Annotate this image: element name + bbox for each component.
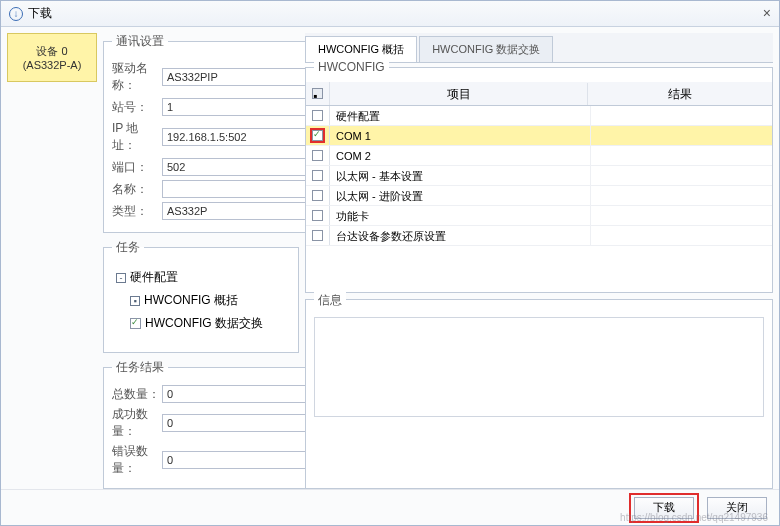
window-title: 下载 [28, 5, 52, 22]
header-checkbox[interactable]: ▪ [312, 88, 323, 99]
row-result [591, 206, 772, 225]
tree-child-2[interactable]: HWCONFIG 数据交换 [128, 312, 288, 335]
footer: 下载 关闭 [1, 489, 779, 525]
col-item-header: 项目 [330, 83, 588, 105]
total-label: 总数量： [112, 386, 162, 403]
row-checkbox[interactable] [312, 210, 323, 221]
col-result-header: 结果 [588, 83, 772, 105]
task-results-legend: 任务结果 [112, 359, 168, 376]
row-result [591, 166, 772, 185]
comm-legend: 通讯设置 [112, 33, 168, 50]
tasks-group: 任务 - 硬件配置 ▪ HWCONFIG 概括 HWCONFIG 数据交换 [103, 239, 299, 353]
messages-area [314, 317, 764, 417]
comm-settings-group: 通讯设置 驱动名称： 站号： IP 地址： 端口： 名称： 类型： [103, 33, 319, 233]
download-button[interactable]: 下载 [634, 497, 694, 519]
bullet-icon: ▪ [130, 296, 140, 306]
messages-legend: 信息 [314, 292, 346, 309]
row-checkbox[interactable] [312, 110, 323, 121]
station-label: 站号： [112, 99, 162, 116]
row-item-label: COM 2 [330, 146, 591, 165]
collapse-icon[interactable]: - [116, 273, 126, 283]
table-row[interactable]: COM 2 [306, 146, 772, 166]
device-item[interactable]: 设备 0 (AS332P-A) [7, 33, 97, 82]
row-item-label: 硬件配置 [330, 106, 591, 125]
checkbox-icon[interactable] [130, 318, 141, 329]
tab-hwconfig-summary[interactable]: HWCONFIG 概括 [305, 36, 417, 62]
row-result [591, 146, 772, 165]
row-checkbox[interactable] [312, 190, 323, 201]
messages-group: 信息 [305, 299, 773, 489]
error-output [162, 451, 310, 469]
table-row[interactable]: 硬件配置 [306, 106, 772, 126]
row-result [591, 226, 772, 245]
tree-child-1-label: HWCONFIG 概括 [144, 292, 238, 309]
name-label: 名称： [112, 181, 162, 198]
port-label: 端口： [112, 159, 162, 176]
tree-child-1[interactable]: ▪ HWCONFIG 概括 [128, 289, 288, 312]
station-input[interactable] [162, 98, 310, 116]
table-row[interactable]: COM 1 [306, 126, 772, 146]
download-button-highlight: 下载 [629, 493, 699, 523]
row-checkbox[interactable] [312, 170, 323, 181]
table-row[interactable]: 以太网 - 基本设置 [306, 166, 772, 186]
close-icon[interactable]: × [763, 5, 771, 21]
titlebar: ↓ 下载 × [1, 1, 779, 27]
tab-hwconfig-exchange[interactable]: HWCONFIG 数据交换 [419, 36, 553, 62]
tree-child-2-label: HWCONFIG 数据交换 [145, 315, 263, 332]
tasks-legend: 任务 [112, 239, 144, 256]
download-icon: ↓ [9, 7, 23, 21]
table-row[interactable]: 台达设备参数还原设置 [306, 226, 772, 246]
tree-root-label: 硬件配置 [130, 269, 178, 286]
type-input[interactable] [162, 202, 310, 220]
row-item-label: 以太网 - 进阶设置 [330, 186, 591, 205]
table-row[interactable]: 功能卡 [306, 206, 772, 226]
total-output [162, 385, 310, 403]
hwconfig-legend: HWCONFIG [314, 60, 389, 74]
row-item-label: 以太网 - 基本设置 [330, 166, 591, 185]
tabs: HWCONFIG 概括 HWCONFIG 数据交换 [305, 33, 773, 63]
name-input[interactable] [162, 180, 310, 198]
hwconfig-group: HWCONFIG ▪ 项目 结果 硬件配置COM 1COM 2以太网 - 基本设… [305, 67, 773, 293]
row-item-label: 功能卡 [330, 206, 591, 225]
driver-label: 驱动名称： [112, 60, 162, 94]
tree-root[interactable]: - 硬件配置 [114, 266, 288, 289]
row-result [591, 106, 772, 125]
grid-header: ▪ 项目 结果 [306, 82, 772, 106]
ip-input[interactable] [162, 128, 310, 146]
ip-label: IP 地址： [112, 120, 162, 154]
error-label: 错误数量： [112, 443, 162, 477]
type-label: 类型： [112, 203, 162, 220]
success-output [162, 414, 310, 432]
close-button[interactable]: 关闭 [707, 497, 767, 519]
row-checkbox[interactable] [312, 230, 323, 241]
row-item-label: 台达设备参数还原设置 [330, 226, 591, 245]
success-label: 成功数量： [112, 406, 162, 440]
row-checkbox[interactable] [312, 130, 323, 141]
row-result [591, 126, 772, 145]
row-item-label: COM 1 [330, 126, 591, 145]
task-results-group: 任务结果 总数量： 成功数量： 错误数量： [103, 359, 319, 489]
row-result [591, 186, 772, 205]
port-input[interactable] [162, 158, 310, 176]
driver-input[interactable] [162, 68, 310, 86]
table-row[interactable]: 以太网 - 进阶设置 [306, 186, 772, 206]
row-checkbox[interactable] [312, 150, 323, 161]
